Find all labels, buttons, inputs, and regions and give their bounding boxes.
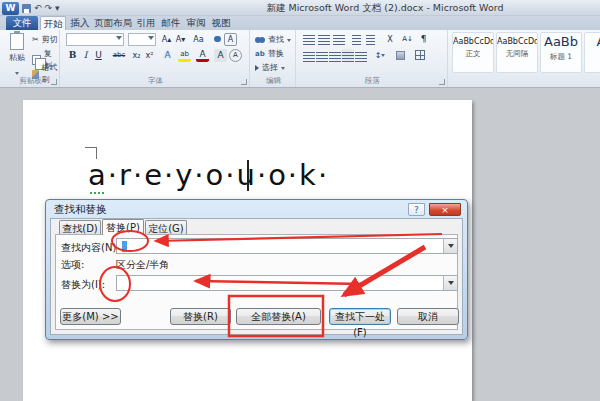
strikethrough-button[interactable]: abc <box>110 49 128 62</box>
text-caret <box>247 160 249 191</box>
enclose-characters-button[interactable]: A <box>229 49 242 62</box>
replace-button[interactable]: ab 替换 <box>255 48 284 60</box>
dialog-tab-goto[interactable]: 定位(G) <box>145 220 187 235</box>
phonetic-guide-icon <box>210 36 220 43</box>
style-heading1[interactable]: AaBb 标题 1 <box>540 32 582 73</box>
tab-review[interactable]: 审阅 <box>184 16 208 30</box>
tab-insert[interactable]: 插入 <box>68 16 92 30</box>
select-icon <box>255 65 259 71</box>
change-case-button[interactable]: Aa <box>190 33 207 46</box>
justify-button[interactable] <box>341 49 354 62</box>
tab-home[interactable]: 开始 <box>40 16 66 30</box>
sort-button[interactable]: A↓ <box>401 33 414 46</box>
replace-dropdown-icon[interactable] <box>443 276 457 290</box>
paragraph-group-label: 段落 <box>298 76 447 86</box>
superscript-button[interactable]: x² <box>143 49 156 62</box>
dialog-client-area: 查找(D) 替换(P) 定位(G) 查找内容(N) 选项: 区分全/半角 替换为… <box>50 218 463 335</box>
find-dropdown-icon[interactable] <box>443 239 457 253</box>
line-spacing-button[interactable]: ↕ <box>372 49 388 62</box>
tab-references[interactable]: 引用 <box>134 16 158 30</box>
character-shading-button[interactable]: A <box>214 49 227 62</box>
asian-layout-button[interactable]: X <box>382 33 398 46</box>
window-title: 新建 Microsoft Word 文档 (2).docx - Microsof… <box>0 2 600 15</box>
cancel-button[interactable]: 取消 <box>397 308 459 325</box>
font-color-button[interactable]: A <box>196 49 209 62</box>
distribute-button[interactable] <box>354 49 367 62</box>
dialog-tab-replace[interactable]: 替换(P) <box>102 219 144 235</box>
font-name-combo[interactable] <box>66 33 124 46</box>
style-sample: AaBbCcDd <box>497 37 537 46</box>
align-right-button[interactable] <box>328 49 341 62</box>
replace-with-label: 替换为(I): <box>61 278 105 292</box>
find-icon <box>255 37 265 44</box>
highlight-color-button[interactable]: ab <box>178 49 191 62</box>
grow-font-button[interactable]: A▴ <box>160 33 173 46</box>
paragraph-dialog-launcher[interactable] <box>439 79 445 85</box>
find-button[interactable]: 查找 <box>255 34 291 46</box>
selected-space-character <box>122 241 127 252</box>
clipboard-dialog-launcher[interactable] <box>51 79 57 85</box>
cut-label: 剪切 <box>42 34 58 46</box>
shading-button[interactable] <box>392 49 408 62</box>
multilevel-list-button[interactable] <box>332 33 345 46</box>
close-icon[interactable]: × <box>429 203 461 216</box>
title-bar: W ↶ ↷ ▾ 新建 Microsoft Word 文档 (2).docx - … <box>0 0 600 16</box>
replace-all-button[interactable]: 全部替换(A) <box>236 308 321 325</box>
increase-indent-button[interactable] <box>364 33 377 46</box>
phonetic-guide-button[interactable] <box>209 33 222 46</box>
group-editing: 查找 ab 替换 选择 编辑 <box>252 30 296 87</box>
font-size-combo[interactable] <box>128 33 156 46</box>
options-label: 选项: <box>61 258 84 272</box>
tab-page-layout[interactable]: 页面布局 <box>93 16 133 30</box>
shrink-font-button[interactable]: A▾ <box>174 33 187 46</box>
more-button[interactable]: 更多(M) >> <box>60 308 121 325</box>
replace-icon: ab <box>255 48 265 60</box>
find-next-button[interactable]: 查找下一处(F) <box>329 308 391 325</box>
subscript-button[interactable]: x₂ <box>130 49 143 62</box>
cut-button[interactable]: ✂ 剪切 <box>32 34 58 46</box>
find-replace-dialog: 查找和替换 ? × 查找(D) 替换(P) 定位(G) 查找内容(N) 选项: … <box>45 199 468 340</box>
text-effects-button[interactable]: A <box>161 49 174 62</box>
find-label: 查找 <box>268 34 284 46</box>
decrease-indent-button[interactable] <box>350 33 363 46</box>
ribbon-tab-row: 文件 开始 插入 页面布局 引用 邮件 审阅 视图 <box>0 16 600 30</box>
dialog-tab-find[interactable]: 查找(D) <box>59 220 101 235</box>
replace-with-combo[interactable] <box>116 275 458 291</box>
style-sample: AaBbCcDd <box>453 37 493 46</box>
group-paragraph: X A↓ ¶ ↕ 段落 <box>298 30 448 87</box>
group-styles: AaBbCcDd 正文 AaBbCcDd 无间隔 AaBb 标题 1 Aa 标 <box>450 30 600 87</box>
style-heading2[interactable]: Aa 标 <box>584 32 600 73</box>
align-left-button[interactable] <box>302 49 315 62</box>
character-border-button[interactable]: A <box>224 33 237 46</box>
italic-button[interactable]: I <box>79 49 92 62</box>
paste-label: 粘贴 <box>4 52 30 63</box>
show-marks-button[interactable]: ¶ <box>417 33 430 46</box>
select-button[interactable]: 选择 <box>255 62 285 74</box>
borders-button[interactable] <box>412 49 428 62</box>
help-button[interactable]: ? <box>408 203 425 216</box>
style-no-spacing[interactable]: AaBbCcDd 无间隔 <box>496 32 538 73</box>
font-dialog-launcher[interactable] <box>241 79 247 85</box>
font-group-label: 字体 <box>62 76 249 86</box>
style-sample: Aa <box>585 34 600 49</box>
tab-file[interactable]: 文件 <box>6 16 38 30</box>
spellcheck-squiggle <box>90 192 105 194</box>
document-text[interactable]: a·r·e·y·o·u·o·k· <box>88 158 329 192</box>
paste-dropdown-icon[interactable] <box>15 72 19 75</box>
underline-button[interactable]: U <box>92 49 105 62</box>
style-normal[interactable]: AaBbCcDd 正文 <box>452 32 494 73</box>
numbering-button[interactable] <box>317 33 330 46</box>
align-center-button[interactable] <box>315 49 328 62</box>
style-label: 无间隔 <box>497 49 537 59</box>
select-label: 选择 <box>262 62 278 74</box>
cut-icon: ✂ <box>32 34 39 46</box>
bullets-button[interactable] <box>302 33 315 46</box>
editing-group-label: 编辑 <box>252 76 295 86</box>
replace-button-dialog[interactable]: 替换(R) <box>170 308 231 325</box>
find-what-combo[interactable] <box>116 238 458 254</box>
tab-view[interactable]: 视图 <box>209 16 233 30</box>
paste-button[interactable]: 粘贴 <box>4 33 30 82</box>
bold-button[interactable]: B <box>66 49 79 62</box>
style-label: 正文 <box>453 49 493 59</box>
tab-mailings[interactable]: 邮件 <box>159 16 183 30</box>
